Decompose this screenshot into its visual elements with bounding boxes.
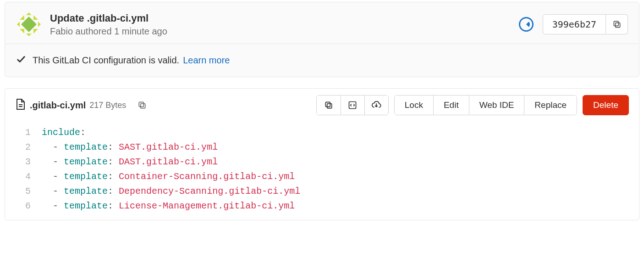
commit-author: Fabio <box>50 26 73 36</box>
svg-marker-5 <box>26 12 32 15</box>
file-header: .gitlab-ci.yml 217 Bytes Lock Edit Web I… <box>5 89 639 122</box>
yaml-value: Dependency-Scanning.gitlab-ci.yml <box>119 186 300 197</box>
copy-sha-button[interactable] <box>606 14 628 34</box>
replace-button[interactable]: Replace <box>524 96 577 115</box>
yaml-value: Container-Scanning.gitlab-ci.yml <box>119 171 295 182</box>
file-icon <box>15 98 25 112</box>
yaml-key: template <box>64 201 108 211</box>
web-ide-button[interactable]: Web IDE <box>469 96 524 115</box>
svg-marker-3 <box>20 29 24 34</box>
line-numbers: 1 2 3 4 5 6 <box>5 125 42 214</box>
commit-panel: Update .gitlab-ci.yml Fabio authored 1 m… <box>5 2 639 77</box>
delete-button[interactable]: Delete <box>583 95 629 115</box>
svg-rect-16 <box>325 102 330 107</box>
ci-validation-row: This GitLab CI configuration is valid. L… <box>5 44 639 77</box>
yaml-dash: - <box>53 201 58 211</box>
copy-contents-button[interactable] <box>317 96 341 115</box>
yaml-key: template <box>64 171 108 182</box>
raw-button[interactable] <box>341 96 364 115</box>
learn-more-link[interactable]: Learn more <box>183 55 230 66</box>
svg-marker-1 <box>20 15 24 20</box>
yaml-key: template <box>64 142 108 152</box>
file-icon-buttons <box>316 95 389 115</box>
check-icon <box>16 54 26 67</box>
yaml-key: template <box>64 186 108 197</box>
svg-marker-6 <box>26 34 32 36</box>
pipeline-status-icon[interactable] <box>519 17 534 32</box>
download-button[interactable] <box>364 96 388 115</box>
svg-marker-4 <box>33 29 38 34</box>
svg-marker-7 <box>17 22 20 27</box>
svg-marker-8 <box>38 22 41 27</box>
avatar <box>16 11 42 37</box>
copy-file-path-button[interactable] <box>134 97 150 113</box>
line-number: 2 <box>5 140 31 155</box>
yaml-key: template <box>64 157 108 167</box>
commit-time: 1 minute ago <box>114 26 167 36</box>
commit-title: Update .gitlab-ci.yml <box>50 12 519 25</box>
yaml-key: include <box>42 127 80 138</box>
edit-button[interactable]: Edit <box>433 96 469 115</box>
svg-rect-17 <box>349 102 356 109</box>
yaml-value: DAST.gitlab-ci.yml <box>119 157 218 167</box>
commit-authored-word: authored <box>76 26 112 36</box>
yaml-dash: - <box>53 171 58 182</box>
file-name: .gitlab-ci.yml <box>30 100 86 111</box>
line-number: 1 <box>5 125 31 140</box>
svg-rect-10 <box>614 21 618 26</box>
ci-validation-text: This GitLab CI configuration is valid. <box>33 55 179 66</box>
lock-button[interactable]: Lock <box>395 96 433 115</box>
file-size: 217 Bytes <box>89 101 126 110</box>
svg-rect-9 <box>615 23 620 28</box>
code-content: include: - template: SAST.gitlab-ci.yml … <box>42 125 639 214</box>
commit-sha-group: 399e6b27 <box>543 14 628 34</box>
line-number: 5 <box>5 184 31 199</box>
commit-meta: Fabio authored 1 minute ago <box>50 26 519 37</box>
yaml-dash: - <box>53 186 58 197</box>
line-number: 4 <box>5 169 31 184</box>
svg-rect-15 <box>327 104 331 108</box>
code-viewer: 1 2 3 4 5 6 include: - template: SAST.gi… <box>5 122 639 220</box>
yaml-dash: - <box>53 142 58 152</box>
svg-rect-13 <box>141 104 145 108</box>
file-text-buttons: Lock Edit Web IDE Replace <box>394 95 577 115</box>
commit-header: Update .gitlab-ci.yml Fabio authored 1 m… <box>5 2 639 44</box>
commit-info: Update .gitlab-ci.yml Fabio authored 1 m… <box>50 12 519 37</box>
yaml-value: SAST.gitlab-ci.yml <box>119 142 218 152</box>
commit-sha[interactable]: 399e6b27 <box>543 14 606 34</box>
yaml-value: License-Management.gitlab-ci.yml <box>119 201 295 211</box>
file-actions: Lock Edit Web IDE Replace Delete <box>316 95 629 115</box>
svg-marker-2 <box>33 15 38 20</box>
svg-rect-14 <box>139 102 144 107</box>
line-number: 3 <box>5 155 31 169</box>
file-panel: .gitlab-ci.yml 217 Bytes Lock Edit Web I… <box>5 88 639 220</box>
line-number: 6 <box>5 199 31 214</box>
yaml-dash: - <box>53 157 58 167</box>
